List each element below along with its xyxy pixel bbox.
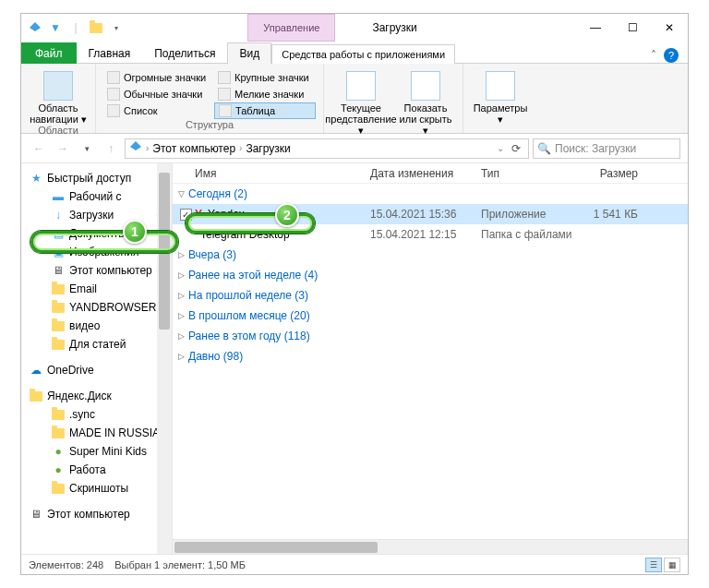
chevron-right-icon[interactable]: › <box>144 143 150 153</box>
downloads-icon: ↓ <box>51 209 66 222</box>
cloud-icon: ☁ <box>29 364 43 377</box>
search-input[interactable]: 🔍 Поиск: Загрузки <box>533 138 680 159</box>
ribbon-tabs: Файл Главная Поделиться Вид Средства раб… <box>21 42 688 64</box>
group-long-ago[interactable]: ▷Давно (98) <box>173 346 688 366</box>
tree-sync[interactable]: .sync <box>21 405 172 424</box>
folder-icon <box>51 301 66 314</box>
refresh-icon[interactable]: ⟳ <box>508 142 524 155</box>
group-today[interactable]: ▽Сегодня (2) <box>173 184 688 204</box>
layout-table[interactable]: Таблица <box>214 102 316 119</box>
minimize-button[interactable]: — <box>577 14 614 42</box>
layout-normal[interactable]: Обычные значки <box>103 86 212 102</box>
ribbon-group-layout: Огромные значки Крупные значки Обычные з… <box>96 64 324 133</box>
scrollbar-thumb[interactable] <box>174 542 378 553</box>
col-name[interactable]: Имя <box>195 167 370 180</box>
content-hscrollbar[interactable] <box>173 539 688 554</box>
nav-pane-button[interactable]: Область навигации ▾ <box>29 69 88 125</box>
group-last-week[interactable]: ▷На прошлой неделе (3) <box>173 285 688 306</box>
tab-file[interactable]: Файл <box>21 42 77 64</box>
file-date: 15.04.2021 12:15 <box>370 228 481 241</box>
tree-scrollbar[interactable] <box>157 163 172 554</box>
tree-this-pc-2[interactable]: 🖥Этот компьютер <box>21 505 172 523</box>
tree-smk[interactable]: ●Super Mini Kids <box>21 442 172 461</box>
contextual-tab-header: Управление <box>247 14 335 42</box>
tree-articles[interactable]: Для статей <box>21 335 172 354</box>
folder-icon <box>51 282 66 295</box>
explorer-window: ▼ | ▾ Управление Загрузки — ☐ ✕ Файл Гла… <box>20 13 689 575</box>
maximize-button[interactable]: ☐ <box>614 14 651 42</box>
ribbon-collapse-icon[interactable]: ˄ <box>651 49 656 62</box>
annotation-badge-2: 2 <box>275 203 299 227</box>
tab-app-tools[interactable]: Средства работы с приложениями <box>271 44 455 64</box>
help-icon[interactable]: ? <box>664 48 679 63</box>
view-details-button[interactable]: ☰ <box>645 558 662 572</box>
tab-home[interactable]: Главная <box>77 42 143 64</box>
qat-dropdown-icon[interactable]: ▾ <box>108 19 125 36</box>
green-folder-icon: ● <box>51 445 66 458</box>
breadcrumb[interactable]: › Этот компьютер › Загрузки ⌄ ⟳ <box>125 138 529 159</box>
crumb-downloads[interactable]: Загрузки <box>246 142 290 155</box>
group-this-year[interactable]: ▷Ранее в этом году (118) <box>173 326 688 346</box>
tree-email[interactable]: Email <box>21 280 172 298</box>
app-icon <box>27 19 43 36</box>
history-dropdown-icon[interactable]: ⌄ <box>495 143 506 153</box>
tree-this-pc[interactable]: 🖥Этот компьютер📌 <box>21 261 172 280</box>
nav-back-button[interactable]: ← <box>29 138 49 159</box>
close-button[interactable]: ✕ <box>651 14 688 42</box>
body: ★Быстрый доступ ▬Рабочий с ↓Загрузки📌 ▤Д… <box>21 163 688 554</box>
options-button[interactable]: Параметры ▾ <box>471 69 530 125</box>
group-yesterday[interactable]: ▷Вчера (3) <box>173 245 688 265</box>
nav-tree[interactable]: ★Быстрый доступ ▬Рабочий с ↓Загрузки📌 ▤Д… <box>21 163 173 554</box>
tree-yandbrowser[interactable]: YANDBROWSER <box>21 298 172 317</box>
tree-video[interactable]: видео <box>21 317 172 335</box>
col-date[interactable]: Дата изменения <box>370 167 481 180</box>
status-bar: Элементов: 248 Выбран 1 элемент: 1,50 МБ… <box>21 554 688 574</box>
layout-small[interactable]: Мелкие значки <box>214 86 316 102</box>
show-hide-button[interactable]: Показать или скрыть ▾ <box>396 69 455 136</box>
chevron-right-icon[interactable]: › <box>237 143 244 153</box>
tree-onedrive[interactable]: ☁OneDrive <box>21 361 172 379</box>
tree-yandex-disk[interactable]: Яндекс.Диск <box>21 387 172 405</box>
pc-icon: 🖥 <box>29 508 43 521</box>
file-size: 1 541 КБ <box>573 208 638 221</box>
folder-icon <box>51 338 66 351</box>
annotation-highlight-1 <box>30 231 178 253</box>
ribbon: Область навигации ▾ Области Огромные зна… <box>21 64 688 134</box>
desktop-icon: ▬ <box>51 190 66 203</box>
chevron-right-icon: ▷ <box>178 270 185 280</box>
nav-up-button[interactable]: ↑ <box>101 138 121 159</box>
window-title: Загрузки <box>335 14 453 42</box>
tab-share[interactable]: Поделиться <box>142 42 227 64</box>
tree-downloads[interactable]: ↓Загрузки📌 <box>21 206 172 224</box>
file-list[interactable]: ▽Сегодня (2) ✓ YYandex 15.04.2021 15:36 … <box>173 184 688 539</box>
tree-work[interactable]: ●Работа <box>21 461 172 479</box>
qat-down-icon[interactable]: ▼ <box>47 19 64 36</box>
view-thumbnails-button[interactable]: ▦ <box>664 558 680 572</box>
group-last-month[interactable]: ▷В прошлом месяце (20) <box>173 306 688 326</box>
crumb-this-pc[interactable]: Этот компьютер <box>152 142 235 155</box>
tree-mir[interactable]: MADE IN RUSSIA <box>21 424 172 442</box>
layout-large[interactable]: Крупные значки <box>214 69 316 86</box>
tab-view[interactable]: Вид <box>227 42 271 64</box>
layout-list[interactable]: Список <box>103 102 212 119</box>
tree-screenshots[interactable]: Скриншоты <box>21 479 172 498</box>
layout-huge[interactable]: Огромные значки <box>103 69 212 86</box>
group-this-week[interactable]: ▷Ранее на этой неделе (4) <box>173 265 688 285</box>
nav-forward-button[interactable]: → <box>53 138 73 159</box>
tree-quick-access[interactable]: ★Быстрый доступ <box>21 169 172 187</box>
ribbon-group-panes: Область навигации ▾ Области <box>21 64 96 133</box>
chevron-down-icon: ▽ <box>178 189 185 198</box>
qat-sep: | <box>67 19 84 36</box>
col-size[interactable]: Размер <box>573 167 638 180</box>
annotation-badge-1: 1 <box>123 220 147 244</box>
chevron-right-icon: ▷ <box>178 331 185 341</box>
qat-folder-icon[interactable] <box>88 19 104 36</box>
tree-desktop[interactable]: ▬Рабочий с <box>21 187 172 206</box>
column-headers[interactable]: Имя Дата изменения Тип Размер <box>173 163 688 184</box>
chevron-right-icon: ▷ <box>178 291 185 300</box>
nav-recent-button[interactable]: ▾ <box>77 138 97 159</box>
col-type[interactable]: Тип <box>481 167 573 180</box>
current-view-button[interactable]: Текущее представление ▾ <box>331 69 391 136</box>
yadisk-icon <box>29 390 43 402</box>
green-folder-icon: ● <box>51 463 66 476</box>
